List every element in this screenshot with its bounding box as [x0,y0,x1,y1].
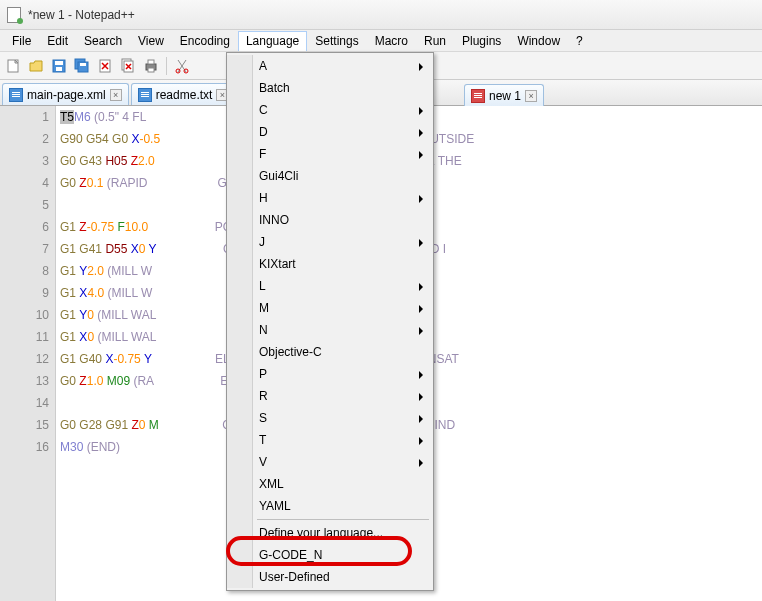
svg-rect-6 [80,63,86,66]
line-number: 14 [0,392,49,414]
menu-file[interactable]: File [4,31,39,51]
line-number: 12 [0,348,49,370]
close-all-button[interactable] [117,55,139,77]
file-icon [9,88,23,102]
line-number-gutter: 12345678910111213141516 [0,106,56,601]
open-file-button[interactable] [25,55,47,77]
language-menu-item[interactable]: G-CODE_N [229,544,431,566]
language-menu-item[interactable]: KIXtart [229,253,431,275]
language-menu-item[interactable]: T [229,429,431,451]
language-menu-item[interactable]: Define your language... [229,522,431,544]
language-menu-item[interactable]: L [229,275,431,297]
language-menu-item[interactable]: H [229,187,431,209]
tab-label: readme.txt [156,88,213,102]
line-number: 4 [0,172,49,194]
line-number: 16 [0,436,49,458]
file-tab[interactable]: readme.txt× [131,83,236,105]
save-button[interactable] [48,55,70,77]
language-menu-item[interactable]: XML [229,473,431,495]
menu-edit[interactable]: Edit [39,31,76,51]
line-number: 10 [0,304,49,326]
svg-rect-2 [55,61,63,65]
file-icon [138,88,152,102]
menu-?[interactable]: ? [568,31,591,51]
language-menu-item[interactable]: D [229,121,431,143]
line-number: 1 [0,106,49,128]
language-menu-item[interactable]: A [229,55,431,77]
language-menu-item[interactable]: S [229,407,431,429]
menu-window[interactable]: Window [509,31,568,51]
menu-macro[interactable]: Macro [367,31,416,51]
menu-separator [257,519,429,520]
language-menu-item[interactable]: V [229,451,431,473]
line-number: 8 [0,260,49,282]
line-number: 3 [0,150,49,172]
line-number: 5 [0,194,49,216]
language-menu-item[interactable]: P [229,363,431,385]
line-number: 9 [0,282,49,304]
file-tab[interactable]: new 1× [464,84,544,106]
toolbar-separator [166,57,167,75]
close-button[interactable] [94,55,116,77]
menu-run[interactable]: Run [416,31,454,51]
language-menu-item[interactable]: Batch [229,77,431,99]
window-title: *new 1 - Notepad++ [28,8,135,22]
menu-settings[interactable]: Settings [307,31,366,51]
svg-rect-3 [56,67,62,71]
language-menu-item[interactable]: C [229,99,431,121]
file-tab[interactable]: main-page.xml× [2,83,129,105]
language-menu-item[interactable]: R [229,385,431,407]
tab-close-button[interactable]: × [110,89,122,101]
line-number: 15 [0,414,49,436]
secondary-tab-bar: new 1× [464,80,546,106]
cut-button[interactable] [171,55,193,77]
menu-search[interactable]: Search [76,31,130,51]
tab-close-button[interactable]: × [525,90,537,102]
language-menu-item[interactable]: J [229,231,431,253]
language-menu: ABatchCDFGui4CliHINNOJKIXtartLMNObjectiv… [226,52,434,591]
line-number: 7 [0,238,49,260]
file-icon [471,89,485,103]
line-number: 6 [0,216,49,238]
line-number: 2 [0,128,49,150]
svg-rect-11 [148,60,154,64]
menu-plugins[interactable]: Plugins [454,31,509,51]
menu-language[interactable]: Language [238,31,307,51]
language-menu-item[interactable]: Objective-C [229,341,431,363]
svg-point-13 [176,69,180,73]
language-menu-item[interactable]: N [229,319,431,341]
language-menu-item[interactable]: Gui4Cli [229,165,431,187]
svg-point-14 [184,69,188,73]
menu-view[interactable]: View [130,31,172,51]
save-all-button[interactable] [71,55,93,77]
app-icon [6,7,22,23]
language-menu-item[interactable]: INNO [229,209,431,231]
line-number: 13 [0,370,49,392]
menu-bar: FileEditSearchViewEncodingLanguageSettin… [0,30,762,52]
new-file-button[interactable] [2,55,24,77]
tab-label: main-page.xml [27,88,106,102]
language-menu-item[interactable]: User-Defined [229,566,431,588]
print-button[interactable] [140,55,162,77]
language-menu-item[interactable]: F [229,143,431,165]
tab-label: new 1 [489,89,521,103]
menu-encoding[interactable]: Encoding [172,31,238,51]
language-menu-item[interactable]: M [229,297,431,319]
svg-rect-12 [148,68,154,72]
title-bar: *new 1 - Notepad++ [0,0,762,30]
line-number: 11 [0,326,49,348]
language-menu-item[interactable]: YAML [229,495,431,517]
